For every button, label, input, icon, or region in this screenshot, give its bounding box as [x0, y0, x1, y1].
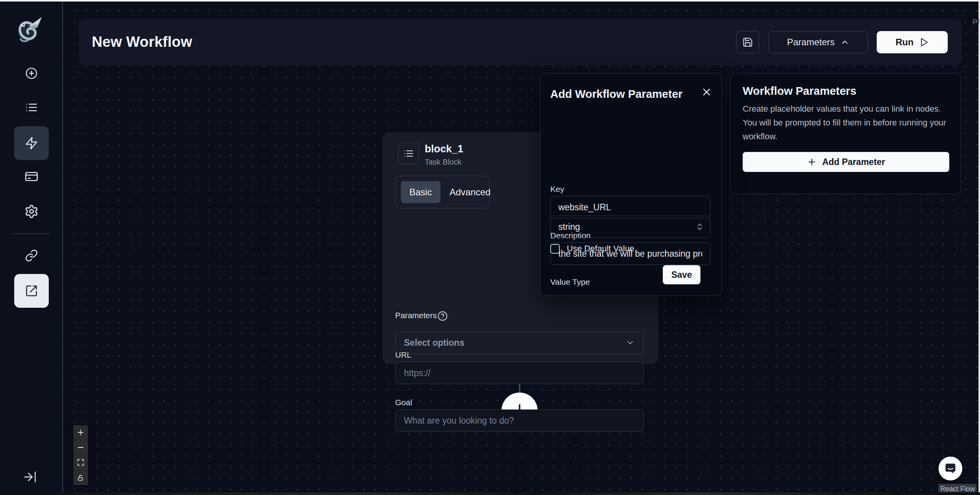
flow-controls — [73, 425, 88, 485]
sidebar-collapse-button[interactable] — [23, 469, 39, 485]
block-icon-box — [398, 143, 419, 164]
url-input[interactable] — [395, 362, 644, 384]
add-parameter-label: Add Parameter — [822, 157, 885, 167]
sidebar-item-settings[interactable] — [14, 200, 49, 223]
minus-icon — [76, 443, 85, 452]
play-icon — [919, 37, 929, 47]
create-workflow-button[interactable] — [14, 62, 49, 85]
sidebar-item-credentials[interactable] — [14, 165, 49, 188]
arrow-right-to-line-icon — [23, 470, 39, 484]
parameters-button-label: Parameters — [787, 37, 834, 48]
chevrons-up-down-icon — [695, 223, 704, 231]
panel-description: Create placeholder values that you can l… — [743, 102, 949, 144]
value-type-value: string — [558, 222, 580, 232]
goal-label: Goal — [395, 398, 412, 407]
use-default-value-label: Use Default Value — [567, 244, 634, 254]
window-right-edge — [978, 0, 980, 495]
floppy-save-icon — [742, 37, 753, 48]
chat-bubble-icon — [944, 462, 957, 475]
fit-view-icon — [77, 459, 84, 466]
save-workflow-button[interactable] — [736, 31, 759, 53]
credit-card-icon — [25, 170, 38, 183]
plus-icon — [76, 428, 85, 437]
key-label: Key — [550, 185, 564, 194]
use-default-value-checkbox[interactable] — [550, 244, 560, 254]
zoom-out-button[interactable] — [73, 440, 88, 455]
tab-basic[interactable]: Basic — [401, 181, 440, 203]
add-parameter-button[interactable]: Add Parameter — [743, 152, 949, 172]
run-workflow-button[interactable]: Run — [877, 31, 948, 53]
workflow-header: New Workflow Parameters Run — [79, 19, 962, 65]
sidebar — [0, 2, 63, 493]
key-input[interactable] — [550, 196, 710, 218]
value-type-label: Value Type — [550, 277, 590, 287]
value-type-select[interactable]: string — [550, 216, 710, 238]
plus-icon — [807, 157, 817, 167]
support-chat-button[interactable] — [939, 457, 962, 480]
use-default-value-row: Use Default Value — [550, 244, 634, 254]
parameters-toggle-button[interactable]: Parameters — [768, 31, 868, 53]
block-mode-tabs: Basic Advanced — [396, 176, 490, 208]
workflow-builder-app: New Workflow Parameters Run block_1 Ta — [0, 0, 980, 495]
chevron-up-icon — [840, 38, 849, 47]
parameters-label: Parameters — [395, 311, 437, 320]
sidebar-item-external[interactable] — [14, 274, 49, 308]
goal-input[interactable] — [395, 409, 644, 432]
parameters-select-placeholder: Select options — [404, 338, 464, 348]
dragon-logo — [12, 13, 44, 46]
tab-advanced[interactable]: Advanced — [441, 181, 499, 203]
page-title: New Workflow — [92, 34, 192, 50]
sidebar-item-workflows[interactable] — [14, 126, 49, 160]
react-flow-label: React Flow — [940, 485, 975, 493]
close-modal-button[interactable] — [701, 86, 712, 98]
external-link-icon — [25, 284, 38, 297]
block-type: Task Block — [425, 158, 462, 167]
sidebar-item-integrations[interactable] — [14, 244, 49, 267]
workflow-parameters-panel: Workflow Parameters Create placeholder v… — [730, 73, 961, 194]
window-top-edge — [0, 0, 980, 2]
sidebar-item-tasks[interactable] — [14, 96, 49, 119]
lock-button[interactable] — [73, 470, 88, 485]
gear-icon — [24, 204, 39, 219]
zoom-in-button[interactable] — [73, 425, 88, 440]
panel-title: Workflow Parameters — [743, 85, 949, 97]
block-name: block_1 — [425, 143, 464, 155]
add-parameter-modal: Add Workflow Parameter Key Description V… — [540, 73, 722, 296]
run-button-label: Run — [896, 37, 914, 48]
list-icon — [403, 148, 414, 159]
plus-circle-icon — [25, 67, 38, 79]
close-icon — [701, 86, 712, 98]
link-icon — [25, 249, 38, 262]
lightning-icon — [25, 136, 38, 150]
fit-view-button[interactable] — [73, 455, 88, 470]
save-parameter-button[interactable]: Save — [663, 265, 700, 284]
lock-icon — [77, 474, 84, 481]
chevron-down-icon — [626, 338, 635, 347]
menubar-clock-fragment: PM — [972, 17, 979, 27]
sidebar-divider — [13, 233, 50, 234]
parameters-multiselect[interactable]: Select options — [395, 332, 644, 354]
help-circle-icon[interactable] — [437, 311, 448, 321]
list-icon — [25, 101, 38, 114]
modal-title: Add Workflow Parameter — [550, 88, 682, 101]
window-bottom-edge — [0, 492, 980, 495]
